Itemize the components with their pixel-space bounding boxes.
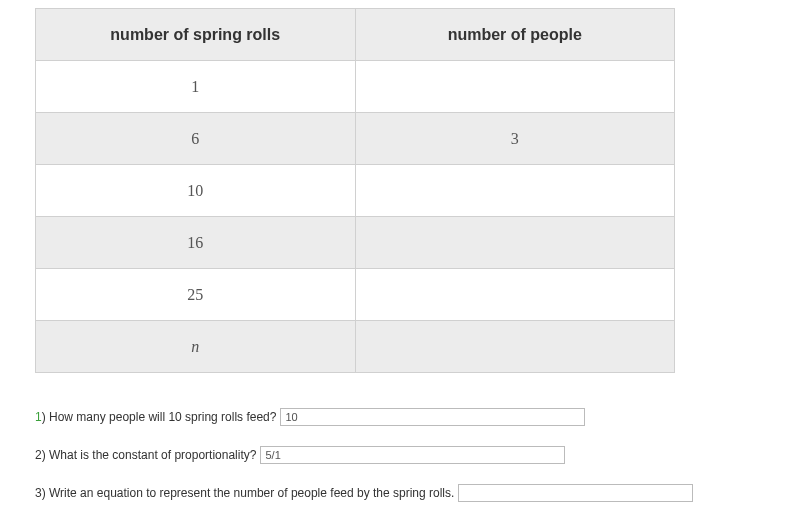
table-cell: 1 [36,61,356,113]
table-row: 6 3 [36,113,675,165]
table-cell: 3 [355,113,675,165]
question-1-num: 1 [35,410,42,424]
question-2-input[interactable] [260,446,565,464]
data-table: number of spring rolls number of people … [35,8,675,373]
table-cell: n [36,321,356,373]
question-3: 3) Write an equation to represent the nu… [35,484,775,502]
question-1: 1) How many people will 10 spring rolls … [35,408,775,426]
table-cell [355,321,675,373]
table-row: 10 [36,165,675,217]
table-row: 25 [36,269,675,321]
table-cell: 6 [36,113,356,165]
table-row: 16 [36,217,675,269]
table-cell: 16 [36,217,356,269]
table-cell [355,217,675,269]
table-row: 1 [36,61,675,113]
question-1-text: ) How many people will 10 spring rolls f… [42,410,277,424]
question-2: 2) What is the constant of proportionali… [35,446,775,464]
question-2-label: 2) What is the constant of proportionali… [35,448,256,462]
table-header-col2: number of people [355,9,675,61]
table-header-col1: number of spring rolls [36,9,356,61]
question-3-label: 3) Write an equation to represent the nu… [35,486,454,500]
table-row: n [36,321,675,373]
table-cell: 10 [36,165,356,217]
table-cell [355,269,675,321]
table-cell [355,165,675,217]
table-cell [355,61,675,113]
question-1-label: 1) How many people will 10 spring rolls … [35,410,276,424]
question-1-input[interactable] [280,408,585,426]
question-3-input[interactable] [458,484,693,502]
table-cell: 25 [36,269,356,321]
